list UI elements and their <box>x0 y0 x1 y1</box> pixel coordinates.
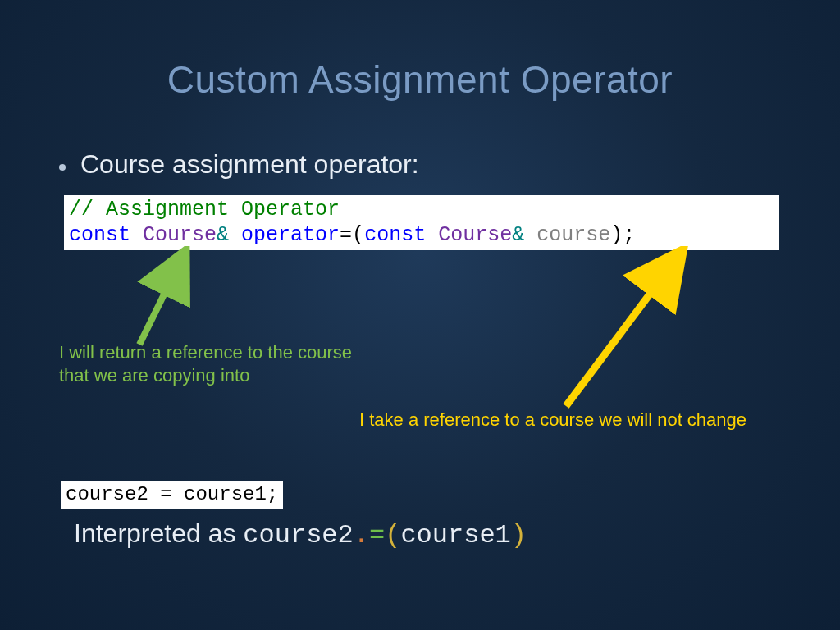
code-semi: ; <box>267 483 278 505</box>
interp-rparen: ) <box>511 520 527 550</box>
arrow-yellow-icon <box>541 246 705 418</box>
interp-course2: course2 <box>243 520 353 550</box>
bullet-item: Course assignment operator: <box>59 149 419 180</box>
interpretation-line: Interpreted as course2.=(course1) <box>74 518 527 550</box>
interp-prefix: Interpreted as <box>74 518 243 548</box>
code-operator: operator <box>241 223 340 247</box>
code-keyword: const <box>69 223 130 247</box>
code-type: Course <box>143 223 217 247</box>
code-eq: = <box>160 483 171 505</box>
code-param: course <box>536 223 610 247</box>
annotation-param-reference: I take a reference to a course we will n… <box>359 409 819 431</box>
slide-title: Custom Assignment Operator <box>0 0 840 102</box>
code-block-usage: course2 = course1; <box>61 481 283 509</box>
annotation-return-reference: I will return a reference to the course … <box>59 341 387 386</box>
code-plain: ); <box>610 223 635 247</box>
bullet-text: Course assignment operator: <box>80 149 419 180</box>
annotation-line: that we are copying into <box>59 364 387 387</box>
code-type: Course <box>438 223 512 247</box>
interp-eq: = <box>369 520 385 550</box>
code-op: & <box>217 223 229 247</box>
code-comment: // Assignment Operator <box>69 198 340 221</box>
bullet-dot-icon <box>59 164 66 171</box>
code-ident: course1 <box>172 483 267 505</box>
interp-course1: course1 <box>400 520 510 550</box>
code-ident: course2 <box>66 483 160 505</box>
annotation-line: I will return a reference to the course <box>59 341 387 364</box>
interp-lparen: ( <box>385 520 400 550</box>
svg-line-0 <box>139 253 185 345</box>
interp-dot: . <box>354 520 369 550</box>
code-op: & <box>512 223 524 247</box>
svg-line-1 <box>566 253 681 406</box>
code-keyword: const <box>364 223 426 247</box>
code-plain: =( <box>340 223 364 247</box>
code-block-declaration: // Assignment Operator const Course& ope… <box>64 195 779 250</box>
